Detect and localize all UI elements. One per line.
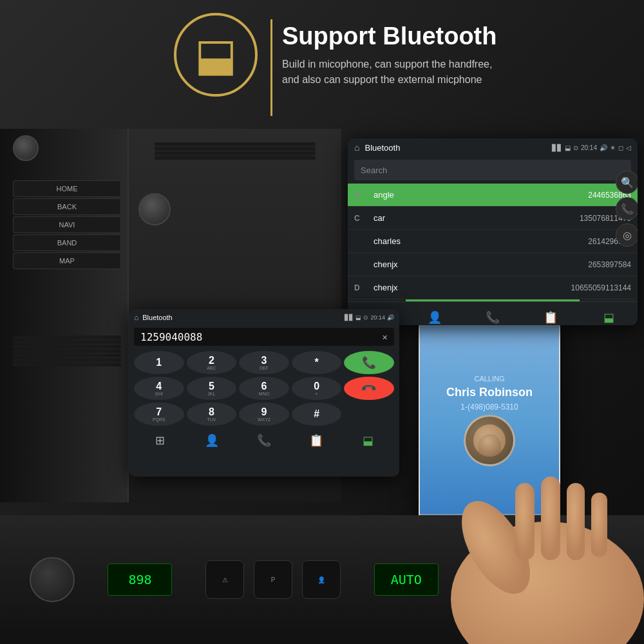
description-line1: Build in micophone, can support the hand… <box>282 57 497 72</box>
dialer-bottom-bar: ⊞ 👤 📞 📋 ⬓ <box>129 428 399 453</box>
dialer-phone-icon[interactable]: 📞 <box>254 430 274 451</box>
contact-number: 2653897584 <box>588 260 631 269</box>
main-title: Support Bluetooth <box>282 23 497 50</box>
key-7[interactable]: 7 PQRS <box>134 402 184 426</box>
contact-row[interactable]: D chenjx 10655059113144 <box>348 276 638 299</box>
dialer-location-icon: ⊙ <box>363 314 368 321</box>
back-nav-icon: ◻ <box>618 144 623 151</box>
top-text-block: Support Bluetooth Build in micophone, ca… <box>282 19 497 88</box>
clear-button[interactable]: ✕ <box>383 332 388 342</box>
band-button[interactable]: BAND <box>13 234 121 251</box>
back-button[interactable]: BACK <box>13 198 121 215</box>
contact-letter: C <box>354 214 367 223</box>
search-side-icon[interactable]: 🔍 <box>616 171 638 194</box>
passenger-indicator: 👤 <box>302 560 341 599</box>
contacts-list: A angle 2446536863 C car 135076811470 ch… <box>348 184 638 299</box>
contact-number: 10655059113144 <box>571 283 631 292</box>
contact-letter: D <box>354 283 367 292</box>
dialer-apps-icon[interactable]: ⊞ <box>149 430 170 451</box>
time-display: 20:14 <box>581 144 597 151</box>
end-call-button[interactable]: 📞 <box>344 377 394 400</box>
sound-icon: 🔊 <box>600 144 607 151</box>
call-side-icon[interactable]: 📞 <box>616 197 638 220</box>
display-value-1: 898 <box>108 564 172 596</box>
contact-name: chenjx <box>367 283 571 292</box>
dialer-screen: ⌂ Bluetooth ▊▊ ⬓ ⊙ 20:14 🔊 1259040088 ✕ … <box>129 309 399 477</box>
dialer-msg-icon[interactable]: 📋 <box>306 430 327 451</box>
key-5[interactable]: 5 JKL <box>187 377 237 400</box>
volume-knob[interactable] <box>13 135 39 161</box>
contact-name: chenjx <box>367 260 588 269</box>
key-8[interactable]: 8 TUV <box>187 402 237 426</box>
location-icon: ⊙ <box>573 144 578 151</box>
bluetooth-off-icon[interactable]: ⬓ <box>597 306 620 326</box>
contact-name: car <box>367 213 580 223</box>
contact-row[interactable]: charles 2614296912 <box>348 230 638 253</box>
dialer-contact-icon[interactable]: 👤 <box>202 430 222 451</box>
hand-area <box>419 419 644 644</box>
warning-indicator: ⚠ <box>205 560 244 599</box>
key-6[interactable]: 6 MNO <box>239 377 289 400</box>
contacts-icon[interactable]: 👤 <box>423 306 446 326</box>
dialer-bluetooth-icon: ⬓ <box>355 314 361 321</box>
statusbar-icons: ▊▊ ⬓ ⊙ 20:14 🔊 ☀ ◻ ◁ <box>552 144 631 151</box>
contacts-screen: ⌂ Bluetooth ▊▊ ⬓ ⊙ 20:14 🔊 ☀ ◻ ◁ Search … <box>348 138 638 325</box>
bluetooth-icon-circle: ⬓ <box>174 13 258 97</box>
dialer-number-display: 1259040088 ✕ <box>134 328 394 346</box>
contact-letter: A <box>354 191 367 200</box>
dialer-time: 20:14 <box>370 314 385 321</box>
dialer-title: Bluetooth <box>142 314 172 321</box>
home-button[interactable]: HOME <box>13 180 121 197</box>
key-2[interactable]: 2 ABC <box>187 351 237 374</box>
contact-row[interactable]: C car 135076811470 <box>348 207 638 230</box>
display-panel-left: 898 <box>108 564 172 596</box>
settings-side-icon[interactable]: ◎ <box>616 223 638 247</box>
dialer-bt-icon[interactable]: ⬓ <box>358 430 379 451</box>
contact-name: angle <box>367 190 588 200</box>
left-control-knob[interactable] <box>30 557 75 602</box>
phone-icon[interactable]: 📞 <box>481 306 504 326</box>
numpad-grid: 1 2 ABC 3 DEF * 📞 4 GHI 5 JKL 6 MNO 0 <box>129 348 399 428</box>
contacts-statusbar: ⌂ Bluetooth ▊▊ ⬓ ⊙ 20:14 🔊 ☀ ◻ ◁ <box>348 138 638 156</box>
hand-svg <box>419 419 644 644</box>
key-star[interactable]: * <box>292 351 342 374</box>
call-icon: 📞 <box>362 355 376 370</box>
call-button[interactable]: 📞 <box>344 351 394 374</box>
dialer-volume-icon: 🔊 <box>387 314 394 321</box>
dialer-signal-icon: ▊▊ <box>345 314 354 321</box>
statusbar-left: ⌂ Bluetooth <box>354 142 400 153</box>
svg-rect-5 <box>591 493 607 557</box>
navi-button[interactable]: NAVI <box>13 216 121 233</box>
key-hash[interactable]: # <box>292 402 342 426</box>
search-placeholder: Search <box>361 166 387 175</box>
key-0[interactable]: 0 + <box>292 377 342 400</box>
dialed-number: 1259040088 <box>140 331 202 343</box>
svg-rect-3 <box>541 477 560 560</box>
search-bar[interactable]: Search <box>354 160 631 180</box>
vent-area <box>13 335 121 386</box>
map-button[interactable]: MAP <box>13 252 121 269</box>
android-back-icon: ◁ <box>626 144 631 151</box>
messages-icon[interactable]: 📋 <box>539 306 562 326</box>
signal-icon: ▊▊ <box>552 144 562 151</box>
bluetooth-icon: ⬓ <box>194 32 237 77</box>
svg-rect-2 <box>515 483 535 560</box>
key-9[interactable]: 9 WXYZ <box>239 402 289 426</box>
contact-row[interactable]: A angle 2446536863 <box>348 184 638 207</box>
contact-row[interactable]: chenjx 2653897584 <box>348 253 638 276</box>
key-3[interactable]: 3 DEF <box>239 351 289 374</box>
svg-rect-4 <box>567 483 585 560</box>
left-knob[interactable] <box>138 193 171 225</box>
key-4[interactable]: 4 GHI <box>134 377 184 400</box>
screen-title: Bluetooth <box>365 143 400 153</box>
divider-line <box>270 19 272 116</box>
center-controls: ⚠ P 👤 <box>205 560 341 599</box>
parking-indicator: P <box>254 560 292 599</box>
description-line2: and also can support the external micpho… <box>282 72 497 88</box>
sun-icon: ☀ <box>610 144 616 151</box>
top-vent <box>155 142 316 180</box>
key-1[interactable]: 1 <box>134 351 184 374</box>
end-call-icon: 📞 <box>360 379 378 397</box>
contact-name: charles <box>367 236 588 246</box>
home-icon: ⌂ <box>354 142 359 153</box>
